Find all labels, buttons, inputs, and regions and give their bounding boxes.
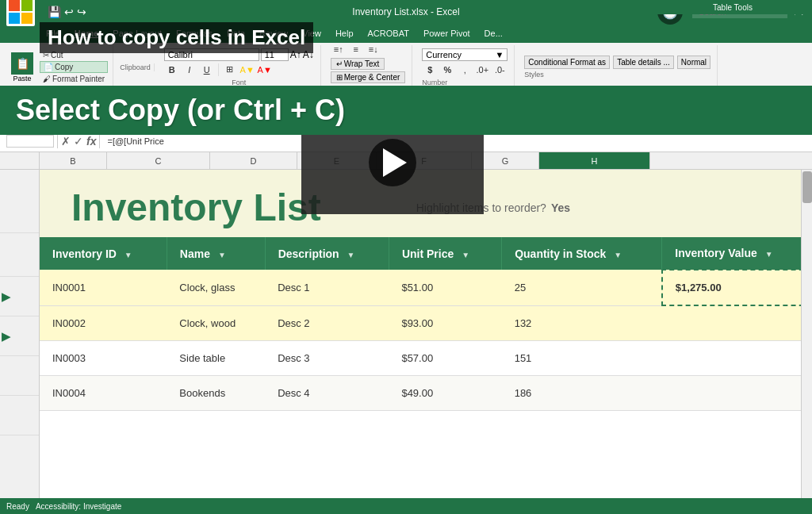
th-description[interactable]: Description ▼ [265, 237, 389, 270]
paste-button[interactable]: 📋 Paste [6, 45, 38, 90]
merge-center-button[interactable]: ⊞ Merge & Center [331, 71, 406, 83]
windows-logo[interactable] [6, 0, 35, 26]
cell-value-4[interactable] [662, 375, 811, 410]
cell-qty-3[interactable]: 151 [502, 340, 662, 375]
cell-value-3[interactable] [662, 340, 811, 375]
tab-review[interactable]: Review [253, 27, 294, 40]
table-tools-bar: Table Tools [653, 0, 812, 14]
comma-btn[interactable]: , [457, 63, 473, 77]
cell-id-1[interactable]: IN0001 [40, 270, 167, 305]
cell-value-1[interactable]: $1,275.00 [662, 270, 811, 305]
inventory-title: Inventory List [71, 186, 321, 229]
font-color-button[interactable]: A▼ [257, 63, 273, 77]
border-button[interactable]: ⊞ [222, 63, 238, 77]
font-size-decrease[interactable]: A↓ [303, 49, 314, 60]
col-header-h[interactable]: H [539, 152, 650, 169]
align-top-left[interactable]: ≡↑ [331, 42, 347, 56]
formula-divider [57, 134, 58, 148]
decrease-decimal[interactable]: .0- [492, 63, 508, 77]
filter-arrow-value[interactable]: ▼ [765, 250, 773, 259]
cell-name-2[interactable]: Clock, wood [167, 305, 265, 340]
cut-button[interactable]: ✂ Cut [40, 50, 108, 60]
underline-button[interactable]: U [199, 63, 215, 77]
cell-desc-1[interactable]: Desc 1 [265, 270, 389, 305]
tab-acrobat[interactable]: ACROBAT [362, 27, 416, 40]
cell-name-4[interactable]: Bookends [167, 375, 265, 410]
tab-data[interactable]: Data [220, 27, 251, 40]
cell-reference-box[interactable] [6, 135, 54, 148]
font-size-increase[interactable]: A↑ [290, 49, 301, 60]
th-name[interactable]: Name ▼ [167, 237, 265, 270]
insert-function-icon[interactable]: fx [86, 135, 96, 148]
cancel-formula-icon[interactable]: ✗ [61, 135, 71, 148]
th-qty-in-stock[interactable]: Quantity in Stock ▼ [502, 237, 662, 270]
undo-icon[interactable]: ↩ [64, 6, 74, 18]
cell-desc-3[interactable]: Desc 3 [265, 340, 389, 375]
th-unit-price[interactable]: Unit Price ▼ [389, 237, 501, 270]
filter-arrow-name[interactable]: ▼ [218, 251, 226, 259]
percent-btn[interactable]: % [439, 63, 455, 77]
number-label: Number [422, 79, 508, 86]
dollar-btn[interactable]: $ [422, 63, 438, 77]
normal-style-button[interactable]: Normal [677, 56, 710, 69]
col-header-b[interactable]: B [40, 152, 107, 169]
cell-price-4[interactable]: $49.00 [389, 375, 501, 410]
save-icon[interactable]: 💾 [48, 6, 61, 18]
col-header-c[interactable]: C [107, 152, 210, 169]
vertical-scrollbar[interactable] [801, 170, 812, 514]
tab-page-layout[interactable]: Page Layout [106, 27, 168, 40]
quick-access-toolbar: 💾 ↩ ↪ [48, 6, 86, 18]
cell-value-2[interactable] [662, 305, 811, 340]
currency-selector[interactable]: Currency ▼ [422, 48, 508, 61]
confirm-formula-icon[interactable]: ✓ [74, 135, 83, 148]
tab-home[interactable]: Home [68, 27, 105, 40]
cell-price-1[interactable]: $51.00 [389, 270, 501, 305]
cell-name-3[interactable]: Side table [167, 340, 265, 375]
wrap-text-button[interactable]: ↵ Wrap Text [331, 58, 385, 70]
tab-view[interactable]: View [296, 27, 327, 40]
row-2 [0, 233, 39, 277]
col-header-d[interactable]: D [210, 152, 297, 169]
cell-price-2[interactable]: $93.00 [389, 305, 501, 340]
play-button[interactable] [369, 139, 416, 186]
cell-name-1[interactable]: Clock, glass [167, 270, 265, 305]
cell-id-3[interactable]: IN0003 [40, 340, 167, 375]
cell-desc-2[interactable]: Desc 2 [265, 305, 389, 340]
tab-file[interactable]: File [40, 27, 67, 40]
scrollbar-thumb[interactable] [802, 171, 812, 203]
format-painter-button[interactable]: 🖌 Format Painter [40, 74, 108, 84]
bold-button[interactable]: B [164, 63, 180, 77]
th-inventory-value[interactable]: Inventory Value ▼ [662, 237, 811, 270]
align-top-right[interactable]: ≡↓ [366, 42, 381, 56]
filter-arrow-id[interactable]: ▼ [124, 251, 132, 259]
filter-arrow-qty[interactable]: ▼ [614, 251, 622, 259]
tab-formulas[interactable]: Formulas [170, 27, 219, 40]
cell-qty-1[interactable]: 25 [502, 270, 662, 305]
filter-arrow-price[interactable]: ▼ [462, 251, 469, 259]
fill-color-button[interactable]: A▼ [239, 63, 255, 77]
align-top-center[interactable]: ≡ [348, 42, 364, 56]
ribbon-controls: 📋 Paste ✂ Cut 📄 Copy 🖌 Format Painter Cl… [0, 43, 812, 92]
format-as-table-button[interactable]: Table details ... [613, 56, 674, 69]
italic-button[interactable]: I [182, 63, 197, 77]
filter-arrow-desc[interactable]: ▼ [347, 251, 355, 259]
increase-decimal[interactable]: .0+ [474, 63, 490, 77]
redo-icon[interactable]: ↪ [77, 6, 86, 18]
cell-price-3[interactable]: $57.00 [389, 340, 501, 375]
cell-id-2[interactable]: IN0002 [40, 305, 167, 340]
font-name-input[interactable]: Calibri [164, 48, 259, 61]
tab-power-pivot[interactable]: Power Pivot [417, 27, 477, 40]
cell-id-4[interactable]: IN0004 [40, 375, 167, 410]
conditional-format-button[interactable]: Conditional Format as [524, 56, 610, 69]
tab-design[interactable]: De... [478, 27, 509, 40]
copy-button[interactable]: 📄 Copy [40, 61, 108, 73]
cell-qty-4[interactable]: 186 [502, 375, 662, 410]
font-size-input[interactable]: 11 [261, 48, 289, 61]
currency-dropdown-arrow[interactable]: ▼ [495, 50, 504, 59]
cell-desc-4[interactable]: Desc 4 [265, 375, 389, 410]
cell-qty-2[interactable]: 132 [502, 305, 662, 340]
tab-help[interactable]: Help [329, 27, 360, 40]
formula-icons: ✗ ✓ fx [61, 135, 96, 148]
styles-group: Conditional Format as Table details ... … [518, 45, 718, 90]
th-inventory-id[interactable]: Inventory ID ▼ [40, 237, 167, 270]
